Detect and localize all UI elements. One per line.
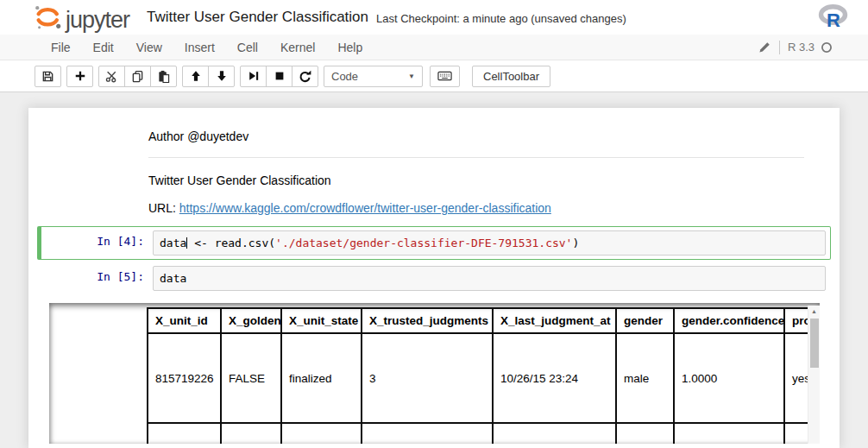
arrow-down-icon <box>216 70 228 82</box>
menubar: File Edit View Insert Cell Kernel Help R… <box>0 35 868 60</box>
code-cell-4[interactable]: In [4]: data <- read.csv('./dataset/gend… <box>37 226 831 260</box>
table-cell <box>493 423 616 444</box>
plus-icon <box>74 70 86 82</box>
code-editor-5[interactable]: data <box>153 266 826 291</box>
table-cell: 3 <box>362 333 493 423</box>
markdown-cell-intro[interactable]: Twitter User Gender Classification URL: … <box>37 164 831 224</box>
table-cell: FALSE <box>221 333 281 423</box>
jupyter-logo[interactable]: jupyter <box>33 3 129 31</box>
output-scroll-area[interactable]: X_unit_id X_golden X_unit_state X_truste… <box>49 303 820 444</box>
input-prompt: In [5]: <box>42 266 149 291</box>
table-row-partial <box>148 423 809 444</box>
cell-type-value: Code <box>331 70 358 83</box>
paste-icon <box>157 70 170 83</box>
col-header: pro <box>784 308 809 333</box>
table-cell <box>281 423 362 444</box>
notebook-page: Author @duyetdev Twitter User Gender Cla… <box>0 92 868 448</box>
col-header: gender <box>616 308 674 333</box>
cell-type-select[interactable]: Code ▼ <box>324 66 423 87</box>
dataframe-output-table: X_unit_id X_golden X_unit_state X_truste… <box>147 307 809 444</box>
move-cell-up-button[interactable] <box>182 66 209 87</box>
paste-cell-button[interactable] <box>150 66 177 87</box>
save-button[interactable] <box>35 66 61 87</box>
notebook-header: jupyter Twitter User Gender Classificati… <box>0 0 868 35</box>
scrollbar-up-icon[interactable]: ▲ <box>808 306 820 317</box>
scissors-icon <box>105 70 118 83</box>
col-header: X_unit_state <box>281 308 362 333</box>
copy-icon <box>131 70 144 83</box>
menu-file[interactable]: File <box>40 41 82 54</box>
output-table-clip: X_unit_id X_golden X_unit_state X_truste… <box>147 303 809 444</box>
col-header: X_unit_id <box>148 308 221 333</box>
code-cell-5[interactable]: In [5]: data <box>37 262 831 295</box>
prompt-spacer <box>38 124 145 160</box>
code-token-variable: data <box>160 237 186 249</box>
edit-mode-pencil-icon <box>758 41 771 54</box>
save-icon <box>41 70 54 83</box>
arrow-up-icon <box>190 70 202 82</box>
run-cell-button[interactable] <box>240 66 267 87</box>
code-token-operator: <- <box>187 237 214 249</box>
url-label: URL: <box>148 201 179 215</box>
stop-icon <box>274 70 286 82</box>
kernel-name-label: R 3.3 <box>788 41 815 54</box>
menu-kernel[interactable]: Kernel <box>269 41 326 54</box>
menu-insert[interactable]: Insert <box>173 41 226 54</box>
add-cell-button[interactable] <box>66 66 93 87</box>
menu-help[interactable]: Help <box>326 41 374 54</box>
r-kernel-logo-icon: R <box>818 4 849 29</box>
table-cell: yes <box>784 333 809 423</box>
table-cell: finalized <box>281 333 362 423</box>
code-editor-4[interactable]: data <- read.csv('./dataset/gender-class… <box>153 230 826 256</box>
move-cell-down-button[interactable] <box>208 66 235 87</box>
table-cell <box>616 423 674 444</box>
cut-cell-button[interactable] <box>98 66 125 87</box>
code-token-string: './dataset/gender-classifier-DFE-791531.… <box>275 237 572 249</box>
step-forward-icon <box>248 70 260 82</box>
col-header: X_golden <box>221 308 281 333</box>
table-row: 815719226 FALSE finalized 3 10/26/15 23:… <box>148 333 809 423</box>
table-cell: male <box>616 333 674 423</box>
table-cell: 815719226 <box>148 333 221 423</box>
table-cell <box>784 423 809 444</box>
menu-view[interactable]: View <box>125 41 173 54</box>
code-token-variable: data <box>160 272 186 285</box>
table-cell <box>362 423 493 444</box>
notebook-container: Author @duyetdev Twitter User Gender Cla… <box>28 108 840 448</box>
prompt-spacer <box>38 168 145 220</box>
interrupt-kernel-button[interactable] <box>266 66 292 87</box>
restart-kernel-button[interactable] <box>292 66 318 87</box>
checkpoint-status: Last Checkpoint: a minute ago (unsaved c… <box>376 9 626 25</box>
table-cell <box>674 423 784 444</box>
author-text: Author @duyetdev <box>148 129 804 143</box>
command-palette-button[interactable] <box>430 66 460 87</box>
markdown-divider <box>148 157 804 158</box>
kaggle-dataset-link[interactable]: https://www.kaggle.com/crowdflower/twitt… <box>179 201 551 215</box>
table-cell: 1.0000 <box>674 333 784 423</box>
refresh-icon <box>299 70 311 83</box>
code-token-paren: ) <box>572 237 579 249</box>
menu-cell[interactable]: Cell <box>226 41 269 54</box>
scrollbar-thumb[interactable] <box>810 319 819 368</box>
copy-cell-button[interactable] <box>124 66 151 87</box>
table-header-row: X_unit_id X_golden X_unit_state X_truste… <box>148 308 809 333</box>
svg-text:R: R <box>827 9 840 29</box>
table-cell: 10/26/15 23:24 <box>493 333 616 423</box>
col-header: X_trusted_judgments <box>362 308 493 333</box>
notebook-title[interactable]: Twitter User Gender Classification <box>147 9 368 26</box>
table-cell <box>148 423 221 444</box>
chevron-down-icon: ▼ <box>408 73 415 80</box>
celltoolbar-button[interactable]: CellToolbar <box>472 66 550 87</box>
menubar-divider <box>779 41 780 54</box>
col-header: X_last_judgment_at <box>493 308 616 333</box>
menu-edit[interactable]: Edit <box>82 41 125 54</box>
jupyter-icon <box>33 3 62 31</box>
table-cell <box>221 423 281 444</box>
col-header: gender.confidence <box>674 308 784 333</box>
markdown-cell-author[interactable]: Author @duyetdev <box>37 120 831 164</box>
keyboard-icon <box>437 70 452 82</box>
toolbar: Code ▼ CellToolbar <box>0 60 868 92</box>
intro-title-text: Twitter User Gender Classification <box>148 174 804 187</box>
jupyter-logotype: jupyter <box>66 9 129 31</box>
output-vertical-scrollbar[interactable]: ▲ <box>808 306 820 444</box>
